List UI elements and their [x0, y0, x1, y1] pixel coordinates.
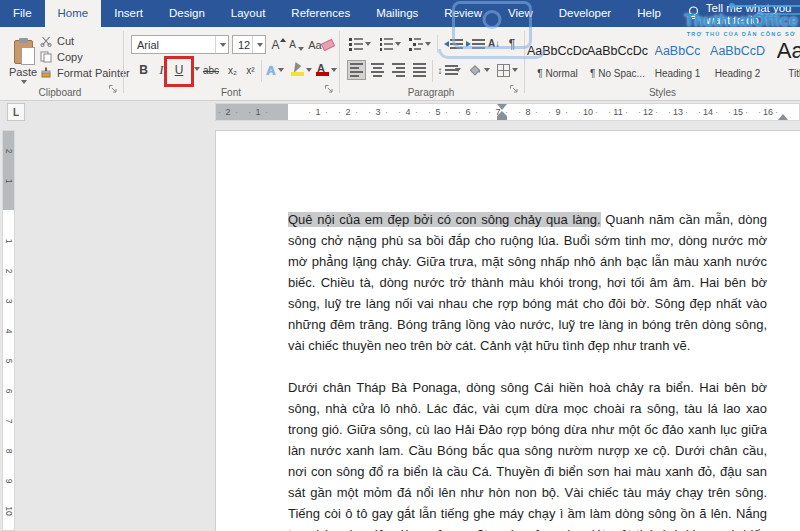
ribbon: Paste Cut Copy Format Painter Clipboard …	[0, 27, 800, 101]
first-line-indent-marker[interactable]	[497, 104, 507, 110]
paragraph-2[interactable]: Dưới chân Tháp Bà Ponaga, dòng sông Cái …	[288, 377, 767, 531]
eraser-icon	[321, 38, 335, 50]
ruler-number: 11	[603, 104, 633, 120]
ruler-number: 1	[303, 104, 333, 120]
align-center-button[interactable]	[368, 60, 387, 80]
tab-stop-selector[interactable]: L	[7, 103, 25, 121]
ruler-number: 8	[513, 104, 543, 120]
ribbon-tab[interactable]: Insert	[101, 0, 156, 27]
ruler-number: 14	[693, 104, 723, 120]
chevron-down-icon	[252, 36, 265, 53]
style-card[interactable]: AaBbCcDc ¶ Normal	[529, 33, 586, 85]
scissors-icon	[40, 35, 52, 47]
superscript-button[interactable]: x²	[242, 60, 259, 80]
ruler-number: 13	[663, 104, 693, 120]
shading-button[interactable]	[466, 60, 492, 80]
shrink-font-button[interactable]: A	[288, 35, 305, 54]
small-separator	[432, 60, 433, 82]
style-name: ¶ Normal	[537, 68, 577, 79]
ruler-number: 10	[573, 104, 603, 120]
subscript-button[interactable]: x₂	[224, 60, 241, 80]
tell-me-label: Tell me what you want to do	[706, 2, 800, 26]
multilevel-list-button[interactable]	[407, 35, 433, 53]
numbering-icon	[380, 38, 393, 51]
right-indent-marker[interactable]	[778, 114, 788, 120]
clipboard-group-label: Clipboard	[0, 87, 120, 98]
style-name: Heading 1	[655, 68, 701, 79]
line-spacing-button[interactable]: ↕	[436, 60, 462, 80]
ruler-number: 1	[0, 236, 24, 247]
ribbon-tab-bar: File Home Insert Design Layout Reference…	[0, 0, 800, 27]
document-page: Quê nội của em đẹp bởi có con sông chảy …	[215, 130, 800, 531]
align-right-button[interactable]	[389, 60, 408, 80]
sort-button[interactable]: A↓	[485, 34, 503, 53]
ribbon-tabs: File Home Insert Design Layout Reference…	[0, 0, 674, 27]
ribbon-tab[interactable]: References	[278, 0, 363, 27]
ruler-number: 12	[633, 104, 663, 120]
style-card[interactable]: AaB Title	[769, 33, 800, 85]
align-left-button[interactable]	[347, 60, 366, 80]
group-separator	[339, 31, 340, 93]
borders-button[interactable]	[494, 60, 520, 80]
tell-me-box[interactable]: Tell me what you want to do	[688, 0, 800, 27]
small-separator	[437, 35, 438, 53]
chevron-down-icon	[215, 36, 228, 53]
ribbon-tab[interactable]: Home	[45, 0, 102, 27]
left-indent-marker[interactable]	[497, 112, 507, 120]
paint-bucket-icon	[469, 64, 482, 77]
numbering-button[interactable]	[377, 35, 403, 53]
bullets-icon	[349, 38, 363, 51]
strikethrough-button[interactable]: abc	[200, 60, 222, 80]
font-family-combo[interactable]: Arial	[131, 35, 229, 54]
ruler-number: 5	[423, 104, 453, 120]
ribbon-tab[interactable]: Design	[156, 0, 218, 27]
text-highlight-button[interactable]	[288, 60, 312, 80]
ruler-margin-numbers: 21	[213, 104, 273, 120]
paragraph-1[interactable]: Quê nội của em đẹp bởi có con sông chảy …	[288, 209, 767, 356]
bullets-button[interactable]	[347, 35, 373, 53]
bold-button[interactable]: B	[135, 60, 152, 80]
ruler-number: 5	[0, 356, 24, 367]
font-size-combo[interactable]: 12	[232, 35, 266, 54]
selected-text[interactable]: Quê nội của em đẹp bởi có con sông chảy …	[288, 212, 601, 227]
cut-button[interactable]: Cut	[40, 35, 74, 47]
format-painter-button[interactable]: Format Painter	[40, 67, 130, 79]
show-hide-pilcrow-button[interactable]: ¶	[504, 34, 520, 53]
font-color-button[interactable]: A	[313, 60, 337, 80]
style-preview: AaBbCcDc	[587, 34, 648, 68]
ribbon-tab[interactable]: Developer	[546, 0, 624, 27]
justify-button[interactable]	[410, 60, 429, 80]
ribbon-tab[interactable]: Help	[624, 0, 674, 27]
document-text-area[interactable]: Quê nội của em đẹp bởi có con sông chảy …	[216, 131, 800, 531]
paste-button[interactable]: Paste	[5, 32, 41, 92]
line-spacing-icon: ↕	[438, 65, 443, 76]
caret-down-icon	[298, 47, 304, 51]
style-card[interactable]: AaBbCcD Heading 2	[709, 33, 766, 85]
ribbon-tab[interactable]: Mailings	[363, 0, 431, 27]
ruler-number: 3	[363, 104, 393, 120]
lightbulb-icon	[688, 6, 699, 21]
ribbon-tab[interactable]: Layout	[218, 0, 279, 27]
clear-formatting-button[interactable]	[320, 36, 336, 53]
ribbon-tab[interactable]: File	[0, 0, 45, 27]
copy-button[interactable]: Copy	[40, 51, 83, 63]
font-dialog-launcher-icon[interactable]	[324, 84, 336, 96]
ruler-number: 4	[0, 326, 24, 337]
grow-font-button[interactable]: A	[270, 35, 287, 54]
ruler-number: 2	[0, 266, 24, 277]
styles-gallery: AaBbCcDc ¶ Normal AaBbCcDc ¶ No Spac... …	[529, 33, 800, 85]
text-effects-button[interactable]: A	[264, 60, 286, 80]
style-card[interactable]: AaBbCc Heading 1	[649, 33, 706, 85]
style-card[interactable]: AaBbCcDc ¶ No Spac...	[589, 33, 646, 85]
paste-icon	[14, 40, 33, 64]
font-size-value: 12	[233, 39, 252, 51]
ribbon-tab[interactable]: Review	[431, 0, 495, 27]
ruler-numbers: 12345678910111213141516	[303, 104, 783, 120]
clipboard-dialog-launcher-icon[interactable]	[108, 84, 120, 96]
ribbon-tab[interactable]: View	[495, 0, 546, 27]
decrease-indent-button[interactable]	[441, 35, 461, 53]
ruler-number: 9	[0, 476, 24, 487]
increase-indent-button[interactable]	[463, 35, 483, 53]
highlighter-icon	[289, 62, 304, 78]
paragraph-dialog-launcher-icon[interactable]	[509, 84, 521, 96]
